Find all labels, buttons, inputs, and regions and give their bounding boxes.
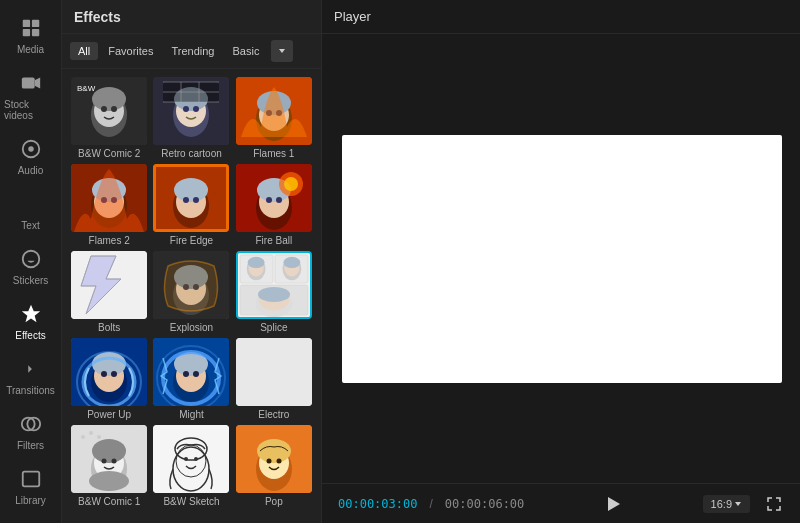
filter-tabs-bar: All Favorites Trending Basic [62, 34, 321, 69]
svg-point-72 [247, 257, 264, 268]
svg-point-18 [101, 106, 107, 112]
effect-preview-fire-edge [153, 164, 229, 232]
text-icon [19, 192, 43, 216]
effect-item-might[interactable]: Might [152, 338, 230, 421]
effect-label-flames1: Flames 1 [253, 148, 294, 160]
tab-all[interactable]: All [70, 42, 98, 60]
svg-point-117 [266, 459, 271, 464]
svg-point-111 [184, 457, 188, 461]
effect-item-pop[interactable]: Pop [235, 425, 313, 508]
sidebar-item-stickers[interactable]: Stickers [0, 239, 61, 294]
effect-label-electro: Electro [258, 409, 289, 421]
svg-point-106 [97, 435, 101, 439]
effect-thumb-bolts [71, 251, 147, 319]
effect-item-electro[interactable]: Electro [235, 338, 313, 421]
effect-item-bw-comic2[interactable]: B&W B&W Comic 2 [70, 77, 148, 160]
effect-label-bw-sketch: B&W Sketch [163, 496, 219, 508]
media-icon [19, 16, 43, 40]
effects-grid: B&W B&W Comic 2 [62, 69, 321, 523]
player-time-separator: / [429, 497, 432, 511]
effect-preview-power-up [71, 338, 147, 406]
sidebar-item-library[interactable]: Library [0, 459, 61, 514]
svg-point-25 [183, 106, 189, 112]
effect-item-bw-comic1[interactable]: B&W Comic 1 [70, 425, 148, 508]
effect-thumb-bw-sketch [153, 425, 229, 493]
svg-rect-3 [31, 29, 38, 36]
play-button[interactable] [599, 490, 627, 518]
effect-thumb-bw-comic2: B&W [71, 77, 147, 145]
svg-point-105 [89, 431, 93, 435]
effect-item-bolts[interactable]: Bolts [70, 251, 148, 334]
effect-item-flames1[interactable]: Flames 1 [235, 77, 313, 160]
library-icon [19, 467, 43, 491]
sidebar-item-media[interactable]: Media [0, 8, 61, 63]
sidebar: Media Stock videos Audio Text Stickers E… [0, 0, 62, 523]
sidebar-item-audio[interactable]: Audio [0, 129, 61, 184]
svg-point-118 [276, 459, 281, 464]
effect-label-might: Might [179, 409, 203, 421]
effect-item-fire-ball[interactable]: Fire Ball [235, 164, 313, 247]
sidebar-item-media-label: Media [17, 44, 44, 55]
effect-label-bw-comic1: B&W Comic 1 [78, 496, 140, 508]
effect-thumb-retro [153, 77, 229, 145]
svg-rect-96 [236, 338, 312, 406]
sidebar-item-text[interactable]: Text [0, 184, 61, 239]
tab-favorites[interactable]: Favorites [100, 42, 161, 60]
effect-thumb-explosion [153, 251, 229, 319]
effect-preview-bolts [71, 251, 147, 319]
effect-item-retro-cartoon[interactable]: Retro cartoon [152, 77, 230, 160]
sidebar-item-audio-label: Audio [18, 165, 44, 176]
effect-item-flames2[interactable]: Flames 2 [70, 164, 148, 247]
svg-point-79 [258, 287, 290, 302]
svg-text:B&W: B&W [77, 84, 96, 93]
effect-item-bw-sketch[interactable]: B&W Sketch [152, 425, 230, 508]
tab-basic[interactable]: Basic [225, 42, 268, 60]
aspect-ratio-button[interactable]: 16:9 [703, 495, 750, 513]
svg-point-104 [81, 435, 85, 439]
effect-label-power-up: Power Up [87, 409, 131, 421]
stock-videos-icon [19, 71, 43, 95]
tab-trending[interactable]: Trending [163, 42, 222, 60]
effect-item-power-up[interactable]: Power Up [70, 338, 148, 421]
svg-point-102 [112, 459, 117, 464]
sidebar-item-stock-label: Stock videos [4, 99, 57, 121]
effect-item-explosion[interactable]: Explosion [152, 251, 230, 334]
effect-thumb-bw-comic1 [71, 425, 147, 493]
effect-item-splice[interactable]: Splice [235, 251, 313, 334]
svg-point-6 [28, 146, 34, 152]
sidebar-item-library-label: Library [15, 495, 46, 506]
svg-rect-1 [31, 20, 38, 27]
effect-thumb-fire-edge [153, 164, 229, 232]
sidebar-item-stock-videos[interactable]: Stock videos [0, 63, 61, 129]
effects-panel-header: Effects [62, 0, 321, 34]
svg-point-83 [92, 352, 126, 376]
play-icon [604, 495, 622, 513]
sidebar-item-transitions[interactable]: Transitions [0, 349, 61, 404]
fullscreen-button[interactable] [762, 492, 786, 516]
sidebar-item-effects[interactable]: Effects [0, 294, 61, 349]
svg-point-59 [284, 177, 298, 191]
effect-preview-fire-ball [236, 164, 312, 232]
svg-point-85 [111, 371, 117, 377]
effect-label-splice: Splice [260, 322, 287, 334]
effects-icon [19, 302, 43, 326]
svg-point-112 [194, 457, 198, 461]
effect-label-bw-comic2: B&W Comic 2 [78, 148, 140, 160]
svg-point-103 [89, 471, 129, 491]
tabs-dropdown-button[interactable] [271, 40, 293, 62]
effect-thumb-splice [236, 251, 312, 319]
svg-point-56 [266, 197, 272, 203]
svg-point-92 [183, 371, 189, 377]
sidebar-item-filters[interactable]: Filters [0, 404, 61, 459]
effect-preview-bw-sketch [153, 425, 229, 493]
effect-preview-explosion [153, 251, 229, 319]
effect-label-explosion: Explosion [170, 322, 213, 334]
effect-preview-flames2 [71, 164, 147, 232]
effect-label-bolts: Bolts [98, 322, 120, 334]
player-title: Player [334, 9, 371, 24]
effect-item-fire-edge[interactable]: Fire Edge [152, 164, 230, 247]
effect-thumb-pop [236, 425, 312, 493]
sidebar-item-stickers-label: Stickers [13, 275, 49, 286]
aspect-ratio-label: 16:9 [711, 498, 732, 510]
svg-point-75 [283, 257, 300, 268]
